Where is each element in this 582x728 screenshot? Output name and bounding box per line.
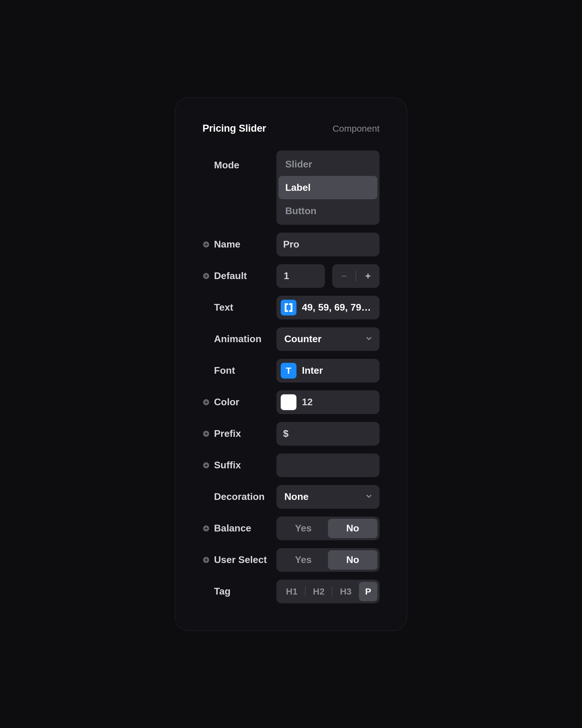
add-variable-icon[interactable] [202, 462, 210, 469]
mode-option-slider[interactable]: Slider [279, 153, 378, 176]
add-variable-icon[interactable] [202, 556, 210, 564]
row-tag: Tag H1 H2 H3 P [202, 580, 380, 603]
svg-rect-8 [367, 273, 368, 278]
color-swatch[interactable] [281, 394, 297, 410]
svg-rect-11 [204, 402, 208, 402]
tag-label: Tag [214, 586, 231, 597]
font-picker[interactable]: T Inter [276, 359, 380, 383]
decoration-select[interactable]: None [276, 485, 380, 509]
svg-rect-23 [204, 560, 208, 560]
user-select-no[interactable]: No [328, 550, 378, 570]
panel-header: Pricing Slider Component [202, 123, 380, 134]
svg-rect-5 [204, 276, 208, 276]
row-prefix: Prefix $ [202, 422, 380, 446]
default-value-input[interactable]: 1 [276, 264, 325, 288]
user-select-yes[interactable]: Yes [279, 550, 328, 570]
add-variable-icon[interactable] [202, 398, 210, 406]
row-suffix: Suffix [202, 453, 380, 477]
mode-label: Mode [214, 160, 240, 171]
svg-rect-20 [204, 528, 208, 529]
row-balance: Balance Yes No [202, 517, 380, 540]
row-name: Name Pro [202, 233, 380, 256]
panel-type-badge: Component [333, 124, 380, 134]
tag-option-h2[interactable]: H2 [306, 582, 332, 601]
suffix-label: Suffix [214, 460, 241, 471]
prefix-label: Prefix [214, 428, 241, 439]
font-type-icon: T [281, 363, 297, 379]
row-font: Font T Inter [202, 359, 380, 383]
name-label: Name [214, 239, 240, 250]
array-type-icon [281, 300, 297, 315]
tag-segmented: H1 H2 H3 P [276, 580, 380, 603]
tag-option-h3[interactable]: H3 [333, 582, 359, 601]
mode-segmented: Slider Label Button [276, 151, 380, 225]
row-user-select: User Select Yes No [202, 548, 380, 572]
balance-toggle: Yes No [276, 517, 380, 540]
panel-title: Pricing Slider [202, 123, 266, 134]
svg-rect-2 [204, 244, 208, 245]
stepper-increment[interactable] [356, 264, 380, 288]
row-default: Default 1 [202, 264, 380, 288]
tag-option-p[interactable]: P [359, 582, 378, 601]
color-label: Color [214, 396, 240, 408]
mode-option-label[interactable]: Label [279, 176, 378, 199]
suffix-input[interactable] [276, 453, 380, 477]
add-variable-icon[interactable] [202, 430, 210, 437]
font-label: Font [214, 365, 235, 376]
balance-yes[interactable]: Yes [279, 519, 328, 538]
text-label: Text [214, 302, 233, 313]
color-input[interactable]: 12 [276, 390, 380, 414]
balance-no[interactable]: No [328, 519, 378, 538]
default-stepper: 1 [276, 264, 380, 288]
user-select-label: User Select [214, 554, 267, 565]
row-animation: Animation Counter [202, 327, 380, 351]
animation-select[interactable]: Counter [276, 327, 380, 351]
add-variable-icon[interactable] [202, 272, 210, 280]
mode-option-button[interactable]: Button [279, 199, 378, 223]
component-inspector-panel: Pricing Slider Component Mode Slider Lab… [175, 97, 407, 631]
row-decoration: Decoration None [202, 485, 380, 509]
stepper-decrement[interactable] [332, 264, 356, 288]
row-mode: Mode Slider Label Button [202, 151, 380, 225]
user-select-toggle: Yes No [276, 548, 380, 572]
balance-label: Balance [214, 523, 251, 534]
chevron-down-icon [365, 335, 373, 344]
animation-label: Animation [214, 333, 261, 345]
add-variable-icon[interactable] [202, 525, 210, 532]
row-text: Text 49, 59, 69, 79, ... [202, 296, 380, 319]
svg-rect-17 [204, 465, 208, 466]
svg-rect-14 [204, 434, 208, 434]
default-stepper-buttons [332, 264, 380, 288]
row-color: Color 12 [202, 390, 380, 414]
add-variable-icon[interactable] [202, 241, 210, 248]
name-input[interactable]: Pro [276, 233, 380, 256]
tag-option-h1[interactable]: H1 [279, 582, 305, 601]
chevron-down-icon [365, 492, 373, 501]
decoration-label: Decoration [214, 491, 265, 502]
svg-rect-6 [341, 276, 346, 277]
prefix-input[interactable]: $ [276, 422, 380, 446]
text-array-input[interactable]: 49, 59, 69, 79, ... [276, 296, 380, 319]
default-label: Default [214, 270, 247, 282]
